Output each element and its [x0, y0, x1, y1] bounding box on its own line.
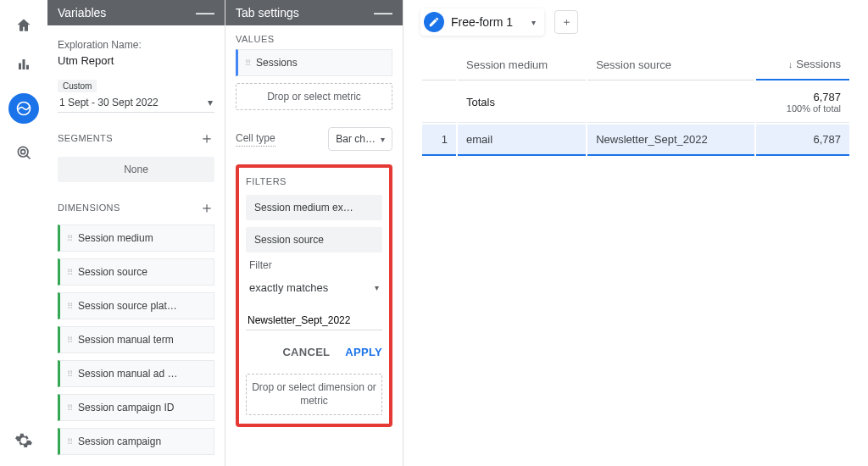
report-tab-name: Free-form 1	[451, 15, 513, 29]
dimension-chip[interactable]: ⠿Session manual term	[58, 326, 214, 353]
filter-chip[interactable]: Session source	[246, 227, 382, 252]
chevron-down-icon: ▾	[375, 283, 379, 292]
svg-point-4	[18, 147, 28, 157]
metric-drop-zone[interactable]: Drop or select metric	[236, 83, 392, 110]
svg-rect-0	[19, 64, 21, 70]
sort-desc-icon: ↓	[788, 59, 793, 69]
nav-rail	[0, 0, 47, 466]
totals-value: 6,787	[765, 91, 841, 103]
filter-value-input[interactable]	[246, 311, 382, 330]
dimension-chip[interactable]: ⠿Session campaign	[58, 428, 214, 455]
home-icon[interactable]	[14, 15, 34, 36]
reports-icon[interactable]	[14, 54, 34, 75]
values-title: VALUES	[236, 34, 392, 44]
panel-title: Tab settings	[236, 6, 299, 19]
filter-match-type-select[interactable]: exactly matches ▾	[246, 276, 382, 299]
dimension-chip[interactable]: ⠿Session source plat…	[58, 292, 214, 319]
segments-none: None	[58, 157, 214, 182]
filter-chip[interactable]: Session medium ex…	[246, 195, 382, 220]
date-range-selector[interactable]: 1 Sept - 30 Sept 2022 ▾	[58, 93, 214, 113]
segments-title: SEGMENTS	[58, 133, 113, 143]
edit-icon	[424, 12, 444, 32]
dimensions-title: DIMENSIONS	[58, 202, 120, 213]
col-header-sessions[interactable]: ↓Sessions	[756, 49, 849, 80]
metric-chip[interactable]: ⠿Sessions	[236, 49, 392, 76]
filter-drop-zone[interactable]: Drop or select dimension or metric	[246, 374, 382, 415]
variables-panel: Variables — Exploration Name: Utm Report…	[47, 0, 225, 466]
report-tab[interactable]: Free-form 1 ▾	[420, 8, 544, 36]
collapse-icon[interactable]: —	[374, 3, 392, 22]
dimension-chip[interactable]: ⠿Session campaign ID	[58, 394, 214, 421]
svg-rect-1	[23, 59, 25, 69]
col-header[interactable]: Session medium	[458, 49, 586, 80]
cancel-button[interactable]: CANCEL	[282, 346, 330, 358]
admin-gear-icon[interactable]	[14, 430, 34, 451]
cell-type-select[interactable]: Bar ch… ▾	[328, 127, 392, 151]
filters-title: FILTERS	[246, 176, 382, 186]
add-tab-button[interactable]: ＋	[554, 10, 578, 34]
date-preset-badge: Custom	[58, 80, 97, 92]
add-segment-button[interactable]: ＋	[199, 128, 214, 148]
totals-pct: 100% of total	[765, 103, 841, 114]
filter-label: Filter	[249, 259, 382, 271]
svg-point-5	[21, 150, 25, 154]
chevron-down-icon: ▾	[208, 97, 213, 108]
dimension-chip[interactable]: ⠿Session source	[58, 258, 214, 286]
tab-settings-panel: Tab settings — VALUES ⠿Sessions Drop or …	[225, 0, 403, 466]
panel-title: Variables	[58, 6, 106, 19]
totals-label: Totals	[458, 82, 586, 123]
apply-button[interactable]: APPLY	[345, 346, 382, 358]
table-row[interactable]: 1 email Newsletter_Sept_2022 6,787	[422, 125, 849, 156]
col-header[interactable]: Session source	[587, 49, 754, 80]
variables-header: Variables —	[47, 0, 225, 25]
collapse-icon[interactable]: —	[196, 3, 214, 22]
tab-settings-header: Tab settings —	[225, 0, 403, 25]
exploration-name-label: Exploration Name:	[58, 39, 214, 51]
chevron-down-icon: ▾	[381, 135, 385, 144]
explore-icon[interactable]	[8, 93, 39, 124]
chevron-down-icon[interactable]: ▾	[531, 18, 536, 27]
svg-rect-2	[26, 65, 29, 69]
report-canvas: Free-form 1 ▾ ＋ Session medium Session s…	[403, 0, 868, 466]
totals-row: Totals 6,787 100% of total	[422, 82, 849, 123]
date-range-text: 1 Sept - 30 Sept 2022	[59, 97, 159, 108]
add-dimension-button[interactable]: ＋	[199, 197, 214, 218]
advertising-icon[interactable]	[14, 142, 34, 163]
cell-type-label: Cell type	[236, 132, 275, 147]
filters-section-highlight: FILTERS Session medium ex… Session sourc…	[236, 164, 392, 427]
dimension-chip[interactable]: ⠿Session manual ad …	[58, 360, 214, 387]
exploration-name[interactable]: Utm Report	[58, 54, 214, 67]
dimension-chip[interactable]: ⠿Session medium	[58, 225, 214, 252]
results-table: Session medium Session source ↓Sessions …	[420, 47, 851, 158]
